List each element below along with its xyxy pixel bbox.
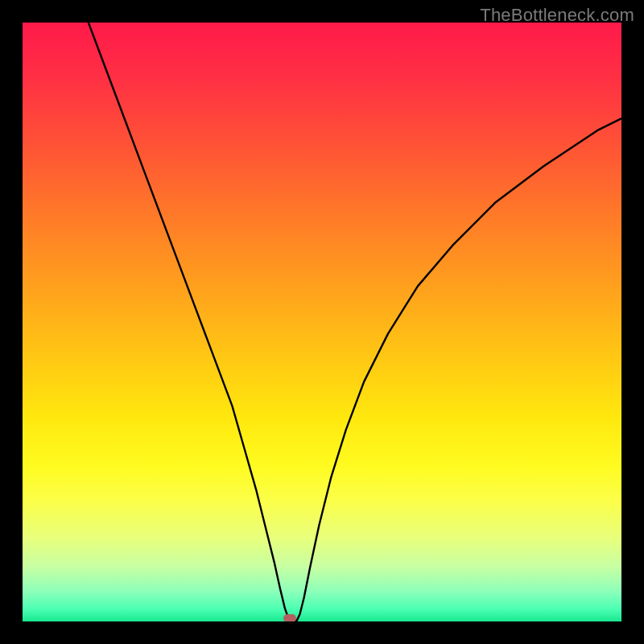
plot-area [23,23,621,621]
bottleneck-curve-path [89,23,621,621]
curve-svg [23,23,621,621]
minimum-marker [283,614,296,621]
watermark-text: TheBottleneck.com [480,5,634,26]
